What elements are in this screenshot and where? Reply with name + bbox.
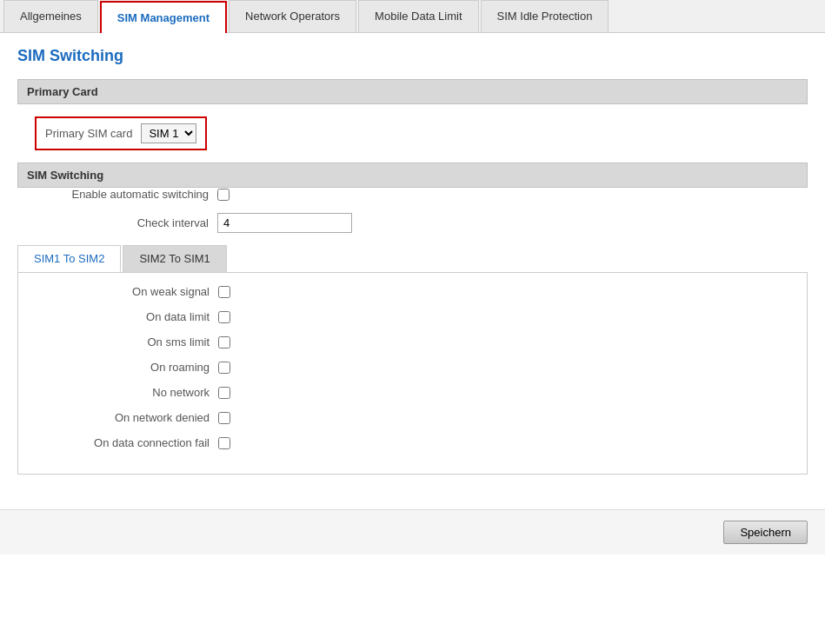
weak-signal-label: On weak signal	[36, 285, 210, 298]
no-network-checkbox[interactable]	[218, 387, 230, 399]
tab-mobile-data-limit[interactable]: Mobile Data Limit	[358, 0, 478, 32]
data-connection-fail-row: On data connection fail	[18, 436, 807, 449]
main-content: SIM Switching Primary Card Primary SIM c…	[0, 33, 825, 501]
roaming-label: On roaming	[36, 361, 210, 374]
data-connection-fail-checkbox[interactable]	[218, 437, 230, 449]
data-limit-row: On data limit	[18, 310, 807, 323]
data-limit-checkbox[interactable]	[218, 311, 230, 323]
network-denied-row: On network denied	[18, 411, 807, 424]
primary-sim-card-select[interactable]: SIM 1 SIM 2	[141, 123, 196, 143]
check-interval-label: Check interval	[35, 216, 209, 229]
sub-tab-content: On weak signal On data limit On sms limi…	[17, 273, 808, 475]
sub-tab-sim2-to-sim1[interactable]: SIM2 To SIM1	[123, 245, 226, 272]
weak-signal-row: On weak signal	[18, 285, 807, 298]
sim-switching-header: SIM Switching	[17, 163, 808, 188]
tab-network-operators[interactable]: Network Operators	[229, 0, 356, 32]
no-network-label: No network	[36, 386, 210, 399]
sms-limit-row: On sms limit	[18, 335, 807, 349]
save-button[interactable]: Speichern	[723, 521, 808, 544]
data-connection-fail-label: On data connection fail	[36, 436, 210, 449]
tab-sim-management[interactable]: SIM Management	[100, 1, 227, 33]
roaming-row: On roaming	[18, 361, 807, 374]
page-title: SIM Switching	[17, 47, 808, 65]
enable-auto-switching-row: Enable automatic switching	[17, 188, 808, 201]
check-interval-row: Check interval	[17, 213, 808, 233]
no-network-row: No network	[18, 386, 807, 399]
tab-sim-idle-protection[interactable]: SIM Idle Protection	[481, 0, 609, 32]
sms-limit-label: On sms limit	[36, 335, 210, 349]
roaming-checkbox[interactable]	[218, 362, 230, 374]
weak-signal-checkbox[interactable]	[218, 286, 230, 298]
enable-auto-switching-label: Enable automatic switching	[35, 188, 209, 201]
sub-tab-sim1-to-sim2[interactable]: SIM1 To SIM2	[17, 245, 121, 272]
nav-tabs: Allgemeines SIM Management Network Opera…	[0, 0, 825, 33]
footer: Speichern	[0, 509, 825, 554]
primary-sim-card-label: Primary SIM card	[45, 127, 132, 140]
check-interval-input[interactable]	[217, 213, 352, 233]
primary-card-box: Primary SIM card SIM 1 SIM 2	[35, 116, 207, 150]
primary-card-header: Primary Card	[17, 79, 808, 104]
network-denied-checkbox[interactable]	[218, 412, 230, 424]
enable-auto-switching-checkbox[interactable]	[217, 189, 230, 201]
network-denied-label: On network denied	[36, 411, 210, 424]
tab-allgemeines[interactable]: Allgemeines	[3, 0, 98, 32]
sub-tabs: SIM1 To SIM2 SIM2 To SIM1	[17, 245, 808, 273]
sms-limit-checkbox[interactable]	[218, 336, 230, 349]
data-limit-label: On data limit	[36, 310, 210, 323]
